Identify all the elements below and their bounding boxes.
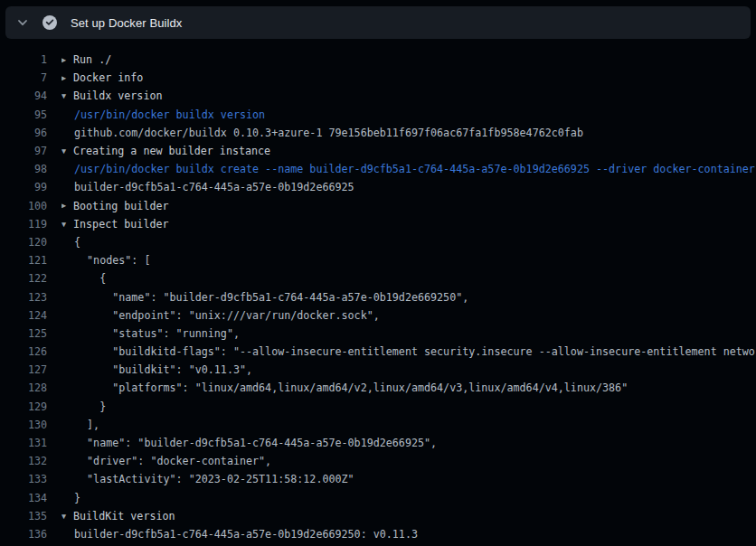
line-number[interactable]: 1 (0, 53, 47, 66)
log-line-content: ▼ Inspect builder (61, 218, 169, 231)
line-number[interactable]: 136 (0, 528, 47, 541)
log-line-content: /usr/bin/docker buildx version (61, 108, 265, 121)
line-number[interactable]: 127 (0, 363, 47, 376)
log-line[interactable]: 1 ▶ Run ./ (0, 51, 756, 69)
line-number[interactable]: 124 (0, 309, 47, 322)
log-line: 131 "name": "builder-d9cfb5a1-c764-445a-… (0, 434, 756, 452)
line-number[interactable]: 120 (0, 236, 47, 249)
chevron-down-icon[interactable] (16, 16, 29, 29)
log-line-content: "nodes": [ (61, 254, 150, 267)
log-line: 125 "status": "running", (0, 325, 756, 343)
line-number[interactable]: 100 (0, 200, 47, 212)
log-line[interactable]: 94 ▼ Buildx version (0, 87, 756, 105)
log-line-content: "buildkitd-flags": "--allow-insecure-ent… (61, 345, 756, 358)
log-line[interactable]: 7 ▶ Docker info (0, 69, 756, 87)
group-expanded-icon[interactable]: ▼ (61, 221, 73, 229)
group-title: Inspect builder (73, 218, 169, 231)
line-number[interactable]: 97 (0, 145, 47, 157)
group-collapsed-icon[interactable]: ▶ (61, 74, 73, 82)
group-collapsed-icon[interactable]: ▶ (61, 56, 73, 64)
log-line: 130 ], (0, 416, 756, 434)
command-text: /usr/bin/docker buildx create --name bui… (74, 163, 755, 175)
line-number[interactable]: 125 (0, 327, 47, 340)
log-line: 127 "buildkit": "v0.11.3", (0, 361, 756, 379)
line-number[interactable]: 129 (0, 400, 47, 413)
log-line-content: ], (61, 419, 99, 431)
log-line-content: } (61, 492, 80, 504)
log-line: 124 "endpoint": "unix:///var/run/docker.… (0, 306, 756, 325)
log-line: 98 /usr/bin/docker buildx create --name … (0, 160, 756, 178)
log-line-content: "platforms": "linux/amd64,linux/amd64/v2… (61, 381, 628, 394)
line-number[interactable]: 99 (0, 181, 47, 193)
output-text: "lastActivity": "2023-02-25T11:58:12.000… (74, 473, 354, 485)
line-number[interactable]: 132 (0, 455, 47, 467)
output-text: builder-d9cfb5a1-c764-445a-a57e-0b19d2e6… (74, 181, 354, 193)
output-text: "name": "builder-d9cfb5a1-c764-445a-a57e… (74, 437, 437, 449)
log-line[interactable]: 97 ▼ Creating a new builder instance (0, 142, 756, 160)
log-lines: 1 ▶ Run ./ 7 ▶ Docker info 94 ▼ Buildx v… (0, 51, 756, 543)
step-title: Set up Docker Buildx (71, 16, 182, 30)
output-text: { (74, 272, 106, 285)
log-line-content: { (61, 236, 80, 249)
line-number[interactable]: 98 (0, 163, 47, 175)
log-line-content: ▼ Buildx version (61, 89, 163, 102)
log-line: 136 builder-d9cfb5a1-c764-445a-a57e-0b19… (0, 525, 756, 543)
log-line-content: ▶ Run ./ (61, 53, 111, 66)
group-title: Booting builder (73, 200, 169, 212)
output-text: "nodes": [ (74, 254, 150, 267)
line-number[interactable]: 133 (0, 473, 47, 485)
line-number[interactable]: 131 (0, 437, 47, 449)
log-line[interactable]: 135 ▼ BuildKit version (0, 507, 756, 525)
group-title: Run ./ (73, 53, 111, 66)
line-number[interactable]: 7 (0, 71, 47, 84)
log-line-content: "name": "builder-d9cfb5a1-c764-445a-a57e… (61, 291, 468, 304)
group-expanded-icon[interactable]: ▼ (61, 92, 73, 100)
log-line: 134 } (0, 489, 756, 507)
log-line-content: } (61, 400, 106, 413)
log-line-content: ▶ Booting builder (61, 200, 169, 212)
line-number[interactable]: 95 (0, 108, 47, 121)
output-text: "platforms": "linux/amd64,linux/amd64/v2… (74, 381, 628, 394)
command-text: /usr/bin/docker buildx version (74, 108, 265, 121)
group-title: BuildKit version (73, 510, 175, 522)
log-line: 132 "driver": "docker-container", (0, 452, 756, 470)
group-title: Creating a new builder instance (73, 145, 270, 157)
log-line-content: "buildkit": "v0.11.3", (61, 363, 252, 376)
line-number[interactable]: 128 (0, 381, 47, 394)
line-number[interactable]: 135 (0, 510, 47, 522)
line-number[interactable]: 123 (0, 291, 47, 304)
log-line-content: ▶ Docker info (61, 71, 143, 84)
log-line-content: ▼ Creating a new builder instance (61, 145, 270, 157)
log-line: 96 github.com/docker/buildx 0.10.3+azure… (0, 124, 756, 142)
step-header[interactable]: Set up Docker Buildx (5, 6, 751, 39)
output-text: "status": "running", (74, 327, 240, 340)
log-line: 128 "platforms": "linux/amd64,linux/amd6… (0, 379, 756, 397)
log-line[interactable]: 100 ▶ Booting builder (0, 197, 756, 215)
line-number[interactable]: 119 (0, 218, 47, 231)
group-expanded-icon[interactable]: ▼ (61, 513, 73, 521)
line-number[interactable]: 126 (0, 345, 47, 358)
log-line-content: github.com/docker/buildx 0.10.3+azure-1 … (61, 127, 583, 139)
output-text: github.com/docker/buildx 0.10.3+azure-1 … (74, 127, 583, 139)
output-text: } (74, 492, 80, 504)
log-line-content: /usr/bin/docker buildx create --name bui… (61, 163, 755, 175)
line-number[interactable]: 121 (0, 254, 47, 267)
log-line-content: "status": "running", (61, 327, 240, 340)
log-line-content: ▼ BuildKit version (61, 510, 175, 522)
log-line-content: "endpoint": "unix:///var/run/docker.sock… (61, 309, 380, 322)
check-circle-icon (43, 15, 57, 30)
line-number[interactable]: 122 (0, 272, 47, 285)
log-line: 122 { (0, 269, 756, 287)
line-number[interactable]: 96 (0, 127, 47, 139)
output-text: "driver": "docker-container", (74, 455, 271, 467)
line-number[interactable]: 134 (0, 492, 47, 504)
line-number[interactable]: 130 (0, 419, 47, 431)
output-text: "buildkitd-flags": "--allow-insecure-ent… (74, 345, 756, 358)
log-line-content: builder-d9cfb5a1-c764-445a-a57e-0b19d2e6… (61, 181, 354, 193)
log-line[interactable]: 119 ▼ Inspect builder (0, 215, 756, 233)
group-expanded-icon[interactable]: ▼ (61, 147, 73, 155)
log-line: 129 } (0, 398, 756, 416)
line-number[interactable]: 94 (0, 89, 47, 102)
group-collapsed-icon[interactable]: ▶ (61, 202, 73, 210)
group-title: Docker info (73, 71, 143, 84)
